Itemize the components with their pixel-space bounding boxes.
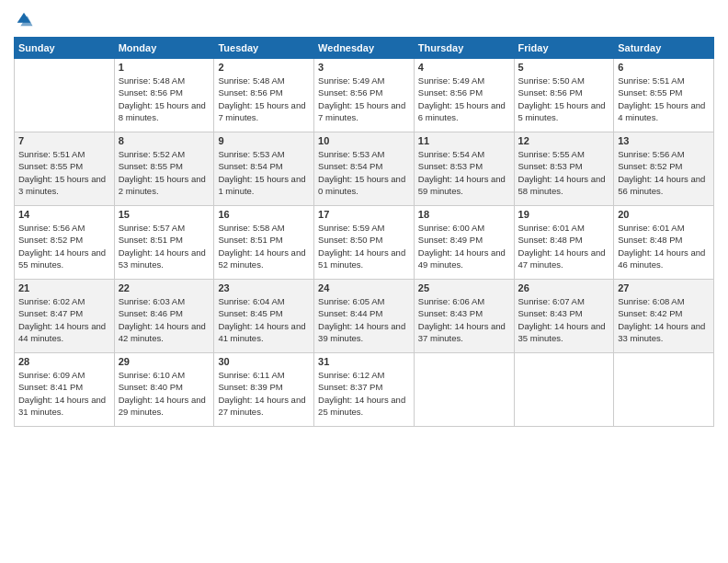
day-cell <box>414 353 514 427</box>
day-cell: 14Sunrise: 5:56 AMSunset: 8:52 PMDayligh… <box>15 206 115 280</box>
day-number: 27 <box>618 282 710 293</box>
day-info: Sunrise: 6:12 AMSunset: 8:37 PMDaylight:… <box>318 369 410 418</box>
day-number: 13 <box>618 135 710 146</box>
day-number: 4 <box>418 62 510 73</box>
day-cell: 20Sunrise: 6:01 AMSunset: 8:48 PMDayligh… <box>614 206 714 280</box>
day-number: 18 <box>418 209 510 220</box>
day-info: Sunrise: 5:56 AMSunset: 8:52 PMDaylight:… <box>618 148 710 197</box>
day-info: Sunrise: 5:55 AMSunset: 8:53 PMDaylight:… <box>518 148 610 197</box>
day-info: Sunrise: 5:54 AMSunset: 8:53 PMDaylight:… <box>418 148 510 197</box>
day-info: Sunrise: 5:52 AMSunset: 8:55 PMDaylight:… <box>119 148 210 197</box>
day-info: Sunrise: 6:03 AMSunset: 8:46 PMDaylight:… <box>119 295 210 344</box>
day-info: Sunrise: 6:00 AMSunset: 8:49 PMDaylight:… <box>418 222 510 270</box>
day-number: 10 <box>318 135 410 146</box>
weekday-header-saturday: Saturday <box>614 38 714 59</box>
weekday-header-friday: Friday <box>514 38 614 59</box>
day-number: 14 <box>18 209 110 220</box>
day-number: 31 <box>318 356 410 367</box>
day-number: 22 <box>119 282 210 293</box>
day-number: 29 <box>119 356 210 367</box>
day-cell: 3Sunrise: 5:49 AMSunset: 8:56 PMDaylight… <box>314 59 415 132</box>
day-cell: 19Sunrise: 6:01 AMSunset: 8:48 PMDayligh… <box>514 206 614 280</box>
day-info: Sunrise: 5:51 AMSunset: 8:55 PMDaylight:… <box>18 148 110 197</box>
day-cell: 17Sunrise: 5:59 AMSunset: 8:50 PMDayligh… <box>314 206 415 280</box>
day-cell <box>15 59 115 132</box>
day-number: 24 <box>318 282 410 293</box>
day-cell: 5Sunrise: 5:50 AMSunset: 8:56 PMDaylight… <box>514 59 614 132</box>
day-cell <box>514 353 614 427</box>
day-cell: 12Sunrise: 5:55 AMSunset: 8:53 PMDayligh… <box>514 132 614 206</box>
day-info: Sunrise: 5:49 AMSunset: 8:56 PMDaylight:… <box>418 75 510 123</box>
day-number: 16 <box>218 209 310 220</box>
weekday-header-monday: Monday <box>114 38 214 59</box>
day-info: Sunrise: 5:53 AMSunset: 8:54 PMDaylight:… <box>318 148 410 197</box>
day-number: 3 <box>318 62 410 73</box>
day-info: Sunrise: 6:01 AMSunset: 8:48 PMDaylight:… <box>518 222 610 270</box>
day-info: Sunrise: 6:07 AMSunset: 8:43 PMDaylight:… <box>518 295 610 344</box>
day-cell: 11Sunrise: 5:54 AMSunset: 8:53 PMDayligh… <box>414 132 514 206</box>
day-number: 12 <box>518 135 610 146</box>
day-number: 23 <box>218 282 310 293</box>
day-number: 20 <box>618 209 710 220</box>
day-cell: 26Sunrise: 6:07 AMSunset: 8:43 PMDayligh… <box>514 280 614 353</box>
day-info: Sunrise: 6:11 AMSunset: 8:39 PMDaylight:… <box>218 369 310 418</box>
day-info: Sunrise: 5:49 AMSunset: 8:56 PMDaylight:… <box>318 75 410 123</box>
day-info: Sunrise: 5:58 AMSunset: 8:51 PMDaylight:… <box>218 222 310 270</box>
day-cell: 9Sunrise: 5:53 AMSunset: 8:54 PMDaylight… <box>214 132 314 206</box>
day-info: Sunrise: 5:50 AMSunset: 8:56 PMDaylight:… <box>518 75 610 123</box>
day-cell: 27Sunrise: 6:08 AMSunset: 8:42 PMDayligh… <box>614 280 714 353</box>
day-number: 7 <box>18 135 110 146</box>
day-number: 19 <box>518 209 610 220</box>
day-info: Sunrise: 5:48 AMSunset: 8:56 PMDaylight:… <box>218 75 310 123</box>
day-cell: 6Sunrise: 5:51 AMSunset: 8:55 PMDaylight… <box>614 59 714 132</box>
day-cell: 8Sunrise: 5:52 AMSunset: 8:55 PMDaylight… <box>114 132 214 206</box>
day-number: 11 <box>418 135 510 146</box>
day-info: Sunrise: 6:02 AMSunset: 8:47 PMDaylight:… <box>18 295 110 344</box>
day-number: 6 <box>618 62 710 73</box>
day-info: Sunrise: 6:05 AMSunset: 8:44 PMDaylight:… <box>318 295 410 344</box>
calendar-table: SundayMondayTuesdayWednesdayThursdayFrid… <box>14 37 714 427</box>
logo <box>14 9 38 29</box>
week-row-3: 14Sunrise: 5:56 AMSunset: 8:52 PMDayligh… <box>15 206 714 280</box>
day-number: 8 <box>119 135 210 146</box>
week-row-4: 21Sunrise: 6:02 AMSunset: 8:47 PMDayligh… <box>15 280 714 353</box>
day-info: Sunrise: 6:01 AMSunset: 8:48 PMDaylight:… <box>618 222 710 270</box>
day-number: 28 <box>18 356 110 367</box>
day-cell: 18Sunrise: 6:00 AMSunset: 8:49 PMDayligh… <box>414 206 514 280</box>
logo-icon <box>14 9 34 29</box>
day-cell: 2Sunrise: 5:48 AMSunset: 8:56 PMDaylight… <box>214 59 314 132</box>
day-info: Sunrise: 5:53 AMSunset: 8:54 PMDaylight:… <box>218 148 310 197</box>
week-row-1: 1Sunrise: 5:48 AMSunset: 8:56 PMDaylight… <box>15 59 714 132</box>
day-number: 9 <box>218 135 310 146</box>
calendar-container: SundayMondayTuesdayWednesdayThursdayFrid… <box>0 0 728 563</box>
day-number: 15 <box>119 209 210 220</box>
day-cell: 28Sunrise: 6:09 AMSunset: 8:41 PMDayligh… <box>15 353 115 427</box>
day-cell: 23Sunrise: 6:04 AMSunset: 8:45 PMDayligh… <box>214 280 314 353</box>
weekday-header-wednesday: Wednesday <box>314 38 415 59</box>
day-cell: 10Sunrise: 5:53 AMSunset: 8:54 PMDayligh… <box>314 132 415 206</box>
day-info: Sunrise: 5:56 AMSunset: 8:52 PMDaylight:… <box>18 222 110 270</box>
day-number: 5 <box>518 62 610 73</box>
day-cell: 30Sunrise: 6:11 AMSunset: 8:39 PMDayligh… <box>214 353 314 427</box>
day-number: 25 <box>418 282 510 293</box>
day-info: Sunrise: 5:59 AMSunset: 8:50 PMDaylight:… <box>318 222 410 270</box>
week-row-5: 28Sunrise: 6:09 AMSunset: 8:41 PMDayligh… <box>15 353 714 427</box>
day-cell: 4Sunrise: 5:49 AMSunset: 8:56 PMDaylight… <box>414 59 514 132</box>
day-cell: 31Sunrise: 6:12 AMSunset: 8:37 PMDayligh… <box>314 353 415 427</box>
day-info: Sunrise: 6:10 AMSunset: 8:40 PMDaylight:… <box>119 369 210 418</box>
day-info: Sunrise: 6:09 AMSunset: 8:41 PMDaylight:… <box>18 369 110 418</box>
weekday-header-sunday: Sunday <box>15 38 115 59</box>
day-cell: 25Sunrise: 6:06 AMSunset: 8:43 PMDayligh… <box>414 280 514 353</box>
day-info: Sunrise: 6:04 AMSunset: 8:45 PMDaylight:… <box>218 295 310 344</box>
day-number: 30 <box>218 356 310 367</box>
day-info: Sunrise: 5:57 AMSunset: 8:51 PMDaylight:… <box>119 222 210 270</box>
day-info: Sunrise: 5:51 AMSunset: 8:55 PMDaylight:… <box>618 75 710 123</box>
day-info: Sunrise: 6:08 AMSunset: 8:42 PMDaylight:… <box>618 295 710 344</box>
day-cell <box>614 353 714 427</box>
day-cell: 29Sunrise: 6:10 AMSunset: 8:40 PMDayligh… <box>114 353 214 427</box>
day-info: Sunrise: 5:48 AMSunset: 8:56 PMDaylight:… <box>119 75 210 123</box>
day-cell: 21Sunrise: 6:02 AMSunset: 8:47 PMDayligh… <box>15 280 115 353</box>
week-row-2: 7Sunrise: 5:51 AMSunset: 8:55 PMDaylight… <box>15 132 714 206</box>
day-number: 26 <box>518 282 610 293</box>
header <box>14 9 714 29</box>
